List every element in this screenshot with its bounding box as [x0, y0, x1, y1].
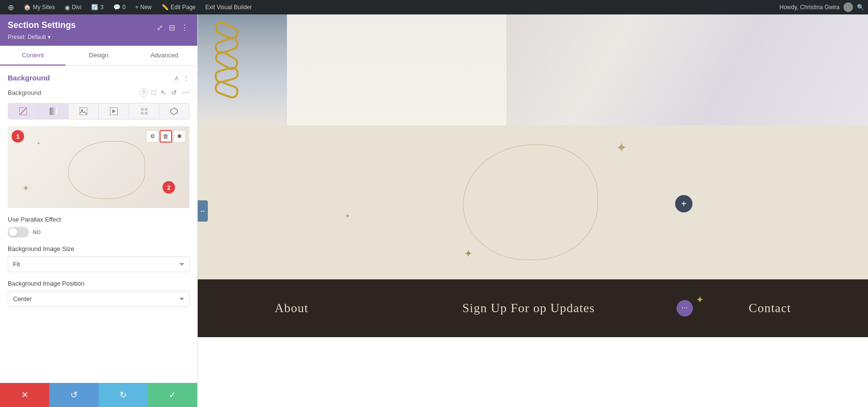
panel-actions: ✕ ↺ ↻ ✓: [0, 383, 197, 407]
new-btn[interactable]: + New: [131, 0, 155, 14]
vb-top-right: [287, 14, 868, 125]
search-icon[interactable]: 🔍: [857, 4, 864, 11]
bg-reset-btn[interactable]: ↺: [170, 88, 178, 97]
preview-blob: [68, 141, 145, 199]
panel-title: Section Settings: [8, 20, 76, 30]
pattern-icon: [140, 107, 148, 115]
cancel-btn[interactable]: ✕: [0, 383, 49, 407]
parallax-toggle[interactable]: [8, 227, 29, 237]
background-section-title: Background: [8, 74, 50, 82]
no-color-icon: [19, 107, 27, 115]
edit-page-label: Edit Page: [171, 4, 196, 11]
vb-diamond-1: ✦: [464, 248, 473, 260]
vb-star-large-1: ✦: [616, 140, 627, 156]
svg-rect-9: [141, 112, 144, 115]
toggle-knob: [9, 228, 17, 236]
wp-logo-btn[interactable]: ⊕: [4, 0, 18, 14]
updates-icon: 🔄: [91, 4, 98, 11]
bg-type-gradient[interactable]: [39, 104, 69, 119]
more-btn[interactable]: ⋮: [180, 22, 190, 33]
tab-design[interactable]: Design: [66, 46, 131, 66]
bg-type-selector: [8, 103, 190, 119]
bg-cursor-btn[interactable]: ↖: [160, 88, 167, 97]
vb-middle-section: ✦ ✦ ✦ +: [198, 125, 868, 279]
bg-position-label: Background Image Position: [8, 280, 190, 287]
bg-device-btn[interactable]: □: [151, 88, 157, 97]
bg-position-select[interactable]: Top Left Top Center Top Right Center Lef…: [8, 291, 190, 307]
admin-bar-right: Howdy, Christina Gwira 🔍: [780, 2, 864, 12]
comments-count: 0: [122, 4, 126, 11]
bg-size-setting: Background Image Size Cover Contain Fit …: [8, 245, 190, 272]
bg-help-btn[interactable]: ?: [139, 88, 148, 97]
edit-page-btn[interactable]: ✏️ Edit Page: [158, 0, 200, 14]
bg-type-mask[interactable]: [159, 104, 189, 119]
admin-bar: ⊕ 🏠 My Sites ◉ Divi 🔄 3 💬 0 + New ✏️ Edi…: [0, 0, 868, 14]
bg-position-setting: Background Image Position Top Left Top C…: [8, 280, 190, 307]
comments-icon: 💬: [113, 4, 121, 11]
bg-size-select[interactable]: Cover Contain Fit Actual Size Custom: [8, 256, 190, 272]
tab-advanced[interactable]: Advanced: [132, 46, 197, 66]
chain-visual: [207, 19, 246, 96]
bg-type-none[interactable]: [8, 104, 39, 119]
bg-type-image[interactable]: [68, 104, 99, 119]
preview-reset-btn[interactable]: ✱: [173, 130, 186, 143]
panel-header: Section Settings Preset: Default ▾ ⤢ ⊟ ⋮: [0, 14, 197, 46]
bg-overflow-btn[interactable]: ⋯: [181, 88, 190, 97]
divi-label: Divi: [72, 4, 81, 11]
divi-icon: ◉: [65, 4, 70, 11]
comments-btn[interactable]: 💬 0: [109, 0, 130, 14]
layout-btn[interactable]: ⊟: [168, 22, 176, 33]
preview-delete-btn[interactable]: 🗑: [160, 130, 172, 143]
my-sites-btn[interactable]: 🏠 My Sites: [20, 0, 59, 14]
pencil-icon: ✏️: [162, 4, 169, 11]
exit-vb-label: Exit Visual Builder: [205, 4, 252, 11]
chain-link-5: [213, 79, 240, 100]
vb-add-section-btn[interactable]: +: [675, 195, 692, 212]
undo-btn[interactable]: ↺: [49, 383, 98, 407]
background-section-header: Background ∧ ⋮: [8, 74, 190, 82]
panel-toggle-handle[interactable]: ↔: [198, 200, 208, 222]
background-row: Background ? □ ↖ ↺ ⋯: [8, 88, 190, 97]
footer-star-icon: ✦: [696, 294, 704, 305]
parallax-label: Use Parallax Effect: [8, 216, 190, 223]
section-more-btn[interactable]: ⋮: [183, 74, 190, 82]
vb-star-small-1: ✦: [345, 212, 351, 220]
redo-btn[interactable]: ↻: [99, 383, 148, 407]
background-icons: ? □ ↖ ↺ ⋯: [139, 88, 190, 97]
preview-settings-btn[interactable]: ⚙: [146, 130, 159, 143]
footer-link-contact[interactable]: Contact: [749, 301, 791, 315]
user-avatar[interactable]: [843, 2, 853, 12]
parallax-setting: Use Parallax Effect NO: [8, 216, 190, 237]
exit-vb-btn[interactable]: Exit Visual Builder: [202, 0, 256, 14]
svg-rect-2: [50, 107, 57, 115]
preview-overlay-controls: ⚙ 🗑 ✱: [146, 130, 186, 143]
wp-icon: ⊕: [8, 3, 14, 12]
bg-type-video[interactable]: [99, 104, 129, 119]
footer-dot-menu[interactable]: ···: [677, 300, 693, 316]
tab-content[interactable]: Content: [0, 46, 66, 66]
right-content: ↔: [198, 14, 868, 407]
fullscreen-btn[interactable]: ⤢: [156, 22, 164, 33]
left-panel: Section Settings Preset: Default ▾ ⤢ ⊟ ⋮…: [0, 14, 198, 407]
collapse-btn[interactable]: ∧: [174, 74, 179, 82]
panel-preset[interactable]: Preset: Default ▾: [8, 34, 51, 40]
visual-builder-area: ✦ ✦ ✦ + ✦ About Sign Up For ··· op Updat…: [198, 14, 868, 407]
mask-icon: [170, 107, 178, 115]
preview-star-2: ✦: [37, 141, 41, 146]
svg-rect-8: [145, 108, 148, 111]
parallax-toggle-row: NO: [8, 227, 190, 237]
footer-link-signup[interactable]: Sign Up For ··· op Updates: [462, 301, 595, 315]
save-btn[interactable]: ✓: [148, 383, 197, 407]
updates-btn[interactable]: 🔄 3: [87, 0, 108, 14]
gradient-icon: [50, 107, 57, 115]
footer-link-about[interactable]: About: [275, 301, 309, 315]
divi-btn[interactable]: ◉ Divi: [61, 0, 85, 14]
image-preview-area: ✦ ✦ 1 2 ⚙ 🗑 ✱: [8, 126, 190, 208]
preview-star-1: ✦: [22, 183, 29, 194]
badge-1: 1: [12, 130, 24, 143]
bg-size-label: Background Image Size: [8, 245, 190, 252]
main-layout: Section Settings Preset: Default ▾ ⤢ ⊟ ⋮…: [0, 14, 868, 407]
svg-line-1: [20, 108, 26, 114]
bg-type-pattern[interactable]: [129, 104, 160, 119]
image-icon: [80, 107, 87, 115]
